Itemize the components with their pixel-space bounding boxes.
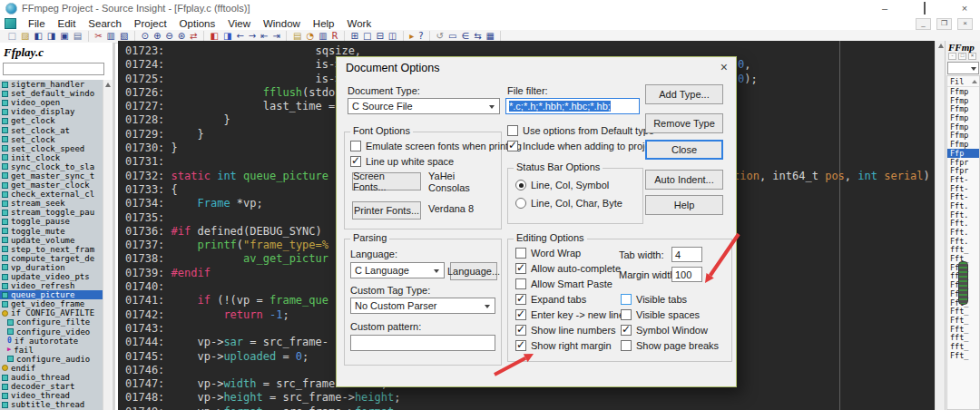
panel-minimize-icon[interactable]: - bbox=[948, 53, 956, 60]
editing-show-line-numbers-checkbox[interactable]: Show line numbers bbox=[515, 322, 624, 337]
margin-width-input[interactable]: 100 bbox=[671, 267, 702, 282]
auto-indent-button[interactable]: Auto Indent... bbox=[645, 170, 723, 190]
file-list-item[interactable]: fft_ bbox=[947, 333, 979, 342]
file-list-item[interactable]: Ffmp bbox=[947, 96, 979, 105]
cut-icon[interactable]: ✂ bbox=[93, 31, 104, 42]
symbol-item-if-autorotate[interactable]: 0if autorotate bbox=[0, 337, 106, 346]
editing-allow-smart-paste-checkbox[interactable]: Allow Smart Paste bbox=[515, 276, 624, 291]
symbol-item-update-video-pts[interactable]: update_video_pts bbox=[0, 272, 106, 281]
symbol-item-configure-video[interactable]: configure_video bbox=[0, 327, 106, 337]
menu-project[interactable]: Project bbox=[128, 18, 173, 29]
file-list-item[interactable]: Ffmp bbox=[947, 87, 979, 96]
print-icon[interactable]: ▤ bbox=[71, 31, 83, 42]
menu-work[interactable]: Work bbox=[341, 18, 378, 29]
symbol-item-fail[interactable]: ▶fail bbox=[0, 346, 106, 355]
symbol-item-compute-target-de[interactable]: compute_target_de bbox=[0, 254, 106, 263]
symbol-item-video-display[interactable]: video_display bbox=[0, 107, 106, 116]
mdi-restore-icon[interactable]: ❒ bbox=[936, 18, 952, 30]
symbol-item-subtitle-thread[interactable]: subtitle_thread bbox=[0, 400, 106, 409]
file-list-item[interactable]: Fft_ bbox=[947, 316, 979, 325]
symbol-item-sigterm-handler[interactable]: sigterm_handler bbox=[0, 80, 106, 89]
symbol-item-vp-duration[interactable]: vp_duration bbox=[0, 263, 106, 272]
restore-icon[interactable] bbox=[918, 0, 931, 16]
file-list-item[interactable]: Fft. bbox=[947, 210, 979, 220]
file-list-item[interactable]: Fft_ bbox=[947, 351, 979, 360]
file-list-item[interactable]: Fft. bbox=[947, 228, 979, 237]
mdi-minimize-icon[interactable]: _ bbox=[916, 18, 931, 30]
save-icon[interactable]: ◧ bbox=[32, 31, 44, 42]
mdi-close-icon[interactable]: × bbox=[957, 18, 973, 30]
menu-edit[interactable]: Edit bbox=[52, 18, 83, 29]
font-line-up-white-space-checkbox[interactable]: Line up white space bbox=[350, 153, 522, 169]
file-list-item[interactable]: Fft- bbox=[947, 175, 979, 184]
custom-tag-type-select[interactable]: No Custom Parser bbox=[350, 298, 495, 314]
add-type-button[interactable]: Add Type... bbox=[645, 84, 723, 104]
file-list-item[interactable]: Ffmp bbox=[947, 140, 979, 149]
symbol-item-stream-toggle-pau[interactable]: stream_toggle_pau bbox=[0, 208, 106, 217]
font-emulate-screen-fonts-when-printing-checkbox[interactable]: Emulate screen fonts when printing bbox=[350, 138, 522, 153]
file-list-item[interactable]: Fft. bbox=[947, 219, 979, 228]
remove-type-button[interactable]: Remove Type bbox=[645, 113, 723, 133]
file-filter-input[interactable]: *.c;*.h;*.hbh;*.hbc;*.hb; bbox=[505, 98, 640, 114]
file-list-item[interactable]: Fft_ bbox=[947, 307, 979, 316]
symbol-item-get-clock[interactable]: get_clock bbox=[0, 116, 106, 125]
symbol-item-update-volume[interactable]: update_volume bbox=[0, 236, 106, 245]
menu-window[interactable]: Window bbox=[257, 18, 307, 29]
file-list-item[interactable]: Ffmp bbox=[947, 113, 979, 122]
symbol-item-configure-filte[interactable]: configure_filte bbox=[0, 317, 106, 327]
editing-expand-tabs-checkbox[interactable]: Expand tabs bbox=[515, 291, 624, 307]
editing-word-wrap-checkbox[interactable]: Word Wrap bbox=[515, 245, 624, 260]
symbol-item-toggle-pause[interactable]: toggle_pause bbox=[0, 217, 106, 226]
custom-pattern-input[interactable] bbox=[350, 335, 495, 351]
file-filter-select[interactable] bbox=[947, 62, 979, 74]
type-include-when-adding-to-projects-checkbox[interactable]: Include when adding to projects bbox=[507, 138, 663, 153]
symbol-item-endif[interactable]: endif bbox=[0, 364, 106, 373]
new-file-icon[interactable]: □ bbox=[5, 31, 18, 42]
scroll-up-icon[interactable] bbox=[972, 80, 977, 83]
document-type-select[interactable]: C Source File bbox=[348, 98, 500, 114]
minimize-icon[interactable]: – bbox=[878, 0, 891, 16]
symbol-item-set-default-windo[interactable]: set_default_windo bbox=[0, 89, 106, 98]
dialog-close-icon[interactable]: × bbox=[720, 60, 728, 74]
close-icon[interactable]: × bbox=[958, 0, 971, 16]
symbol-item-set-clock-at[interactable]: set_clock_at bbox=[0, 125, 106, 134]
symbol-list-scrollbar[interactable] bbox=[103, 80, 113, 410]
symbol-item-audio-thread[interactable]: audio_thread bbox=[0, 373, 106, 382]
menu-options[interactable]: Options bbox=[173, 18, 222, 29]
file-list-item[interactable]: fft_ bbox=[947, 245, 979, 254]
language-select[interactable]: C Language bbox=[350, 262, 445, 278]
save-all-icon[interactable]: ▣ bbox=[58, 31, 71, 42]
editing-symbol-window-checkbox[interactable]: Symbol Window bbox=[621, 322, 719, 337]
file-list-item[interactable]: Fft- bbox=[947, 192, 979, 201]
screen-fonts-button[interactable]: Screen Fonts... bbox=[352, 172, 421, 190]
statusbar-line-col-char-byte-radio[interactable]: Line, Col, Char, Byte bbox=[515, 194, 622, 212]
menu-search[interactable]: Search bbox=[82, 18, 127, 29]
type-use-options-from-default-type-checkbox[interactable]: Use options from Default type bbox=[507, 122, 663, 138]
open-file-icon[interactable]: ▨ bbox=[18, 31, 31, 42]
file-list-item[interactable]: Fft. bbox=[947, 201, 979, 210]
symbol-item-decoder-start[interactable]: decoder_start bbox=[0, 382, 106, 391]
file-list-item[interactable]: Ffmp bbox=[947, 104, 979, 113]
symbol-item-if-config-avfilte[interactable]: if CONFIG_AVFILTE bbox=[0, 308, 106, 317]
tab-width-input[interactable]: 4 bbox=[671, 247, 702, 262]
menu-view[interactable]: View bbox=[221, 18, 257, 29]
file-list-item[interactable]: fft_ bbox=[947, 342, 979, 351]
language-button[interactable]: Language... bbox=[450, 262, 497, 280]
close-button[interactable]: Close bbox=[645, 140, 723, 160]
file-list-item[interactable]: Ffp bbox=[947, 149, 979, 158]
printer-fonts-button[interactable]: Printer Fonts... bbox=[352, 201, 421, 220]
save-as-icon[interactable]: ◨ bbox=[44, 31, 57, 42]
file-list-item[interactable]: Fft_ bbox=[947, 325, 979, 334]
panel-scrollbar-thumb[interactable] bbox=[958, 261, 968, 305]
panel-close-icon[interactable]: × bbox=[968, 53, 976, 60]
symbol-item-stream-seek[interactable]: stream_seek bbox=[0, 199, 106, 208]
file-list-item[interactable]: Fft- bbox=[947, 184, 979, 193]
scroll-up-icon[interactable] bbox=[938, 44, 944, 48]
symbol-item-video-refresh[interactable]: video_refresh bbox=[0, 281, 106, 290]
editing-allow-auto-complete-checkbox[interactable]: Allow auto-complete bbox=[515, 260, 624, 276]
symbol-item-get-video-frame[interactable]: get_video_frame bbox=[0, 299, 106, 308]
symbol-item-queue-picture[interactable]: queue_picture bbox=[0, 290, 106, 299]
symbol-item-video-open[interactable]: video_open bbox=[0, 98, 106, 107]
scroll-up-icon[interactable] bbox=[105, 83, 111, 87]
file-list-item[interactable]: Ffmp bbox=[947, 122, 979, 132]
